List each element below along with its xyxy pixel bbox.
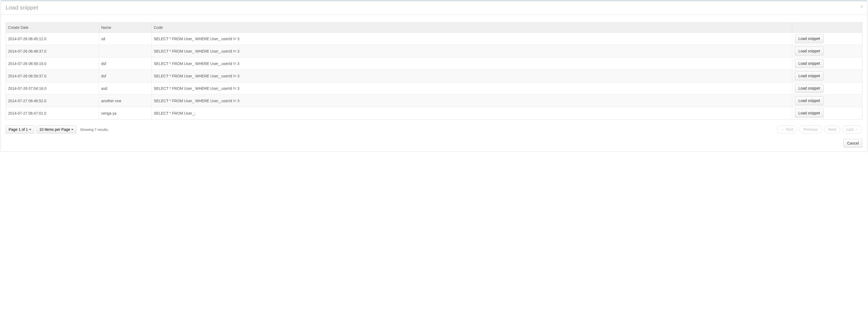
cell-action: Load snippet bbox=[792, 33, 862, 45]
page-selector-dropdown[interactable]: Page 1 of 1 bbox=[6, 125, 34, 133]
cell-create-date: 2014-07-27 06:47:01.0 bbox=[6, 107, 99, 120]
results-count-text: Showing 7 results. bbox=[80, 128, 109, 132]
snippets-table: Create Date Name Code 2014-07-26 06:45:1… bbox=[6, 22, 862, 120]
modal-header: Load snippet × bbox=[1, 1, 867, 15]
pagination-left: Page 1 of 1 10 Items per Page Showing 7 … bbox=[6, 125, 109, 133]
modal-body: Create Date Name Code 2014-07-26 06:45:1… bbox=[1, 15, 867, 136]
cell-action: Load snippet bbox=[792, 107, 862, 120]
load-snippet-button[interactable]: Load snippet bbox=[795, 109, 824, 117]
table-row: 2014-07-26 06:48:37.0SELECT * FROM User_… bbox=[6, 45, 862, 58]
cell-code: SELECT * FROM User_ WHERE User_.userId !… bbox=[152, 33, 792, 45]
pagination-row: Page 1 of 1 10 Items per Page Showing 7 … bbox=[6, 125, 862, 133]
cell-action: Load snippet bbox=[792, 70, 862, 82]
cell-create-date: 2014-07-26 06:59:37.0 bbox=[6, 70, 99, 82]
previous-page-button[interactable]: Previous bbox=[799, 125, 822, 133]
col-header-action bbox=[792, 23, 862, 33]
cell-name: venga ya bbox=[99, 107, 152, 120]
table-row: 2014-07-27 06:46:52.0another oneSELECT *… bbox=[6, 95, 862, 107]
cell-create-date: 2014-07-26 07:04:16.0 bbox=[6, 82, 99, 95]
load-snippet-button[interactable]: Load snippet bbox=[795, 59, 824, 68]
col-header-code[interactable]: Code bbox=[152, 23, 792, 33]
close-icon[interactable]: × bbox=[860, 4, 863, 10]
cell-name: dsf bbox=[99, 70, 152, 82]
last-page-button[interactable]: Last → bbox=[842, 125, 862, 133]
cell-name: dsf bbox=[99, 58, 152, 70]
cell-name: another one bbox=[99, 95, 152, 107]
cell-code: SELECT * FROM User_ WHERE User_.userId !… bbox=[152, 45, 792, 58]
load-snippet-button[interactable]: Load snippet bbox=[795, 34, 824, 43]
col-header-create-date[interactable]: Create Date bbox=[6, 23, 99, 33]
load-snippet-button[interactable]: Load snippet bbox=[795, 84, 824, 93]
table-row: 2014-07-26 06:59:37.0dsfSELECT * FROM Us… bbox=[6, 70, 862, 82]
cell-action: Load snippet bbox=[792, 58, 862, 70]
modal-footer: Cancel bbox=[1, 136, 867, 151]
modal-title: Load snippet bbox=[6, 4, 862, 11]
cell-action: Load snippet bbox=[792, 45, 862, 58]
cell-code: SELECT * FROM User_ WHERE User_.userId !… bbox=[152, 82, 792, 95]
load-snippet-button[interactable]: Load snippet bbox=[795, 71, 824, 80]
next-page-button[interactable]: Next bbox=[824, 125, 840, 133]
table-row: 2014-07-26 06:59:19.0dsfSELECT * FROM Us… bbox=[6, 58, 862, 70]
cell-create-date: 2014-07-26 06:59:19.0 bbox=[6, 58, 99, 70]
col-header-name[interactable]: Name bbox=[99, 23, 152, 33]
cancel-button[interactable]: Cancel bbox=[843, 139, 862, 148]
page-selector-label: Page 1 of 1 bbox=[9, 127, 28, 132]
caret-down-icon bbox=[29, 129, 31, 130]
first-page-button[interactable]: ← First bbox=[777, 125, 797, 133]
cell-code: SELECT * FROM User_; bbox=[152, 107, 792, 120]
cell-code: SELECT * FROM User_ WHERE User_.userId !… bbox=[152, 58, 792, 70]
cell-create-date: 2014-07-27 06:46:52.0 bbox=[6, 95, 99, 107]
cell-create-date: 2014-07-26 06:45:12.0 bbox=[6, 33, 99, 45]
cell-action: Load snippet bbox=[792, 82, 862, 95]
cell-name: sd bbox=[99, 33, 152, 45]
cell-name bbox=[99, 45, 152, 58]
cell-name: asd bbox=[99, 82, 152, 95]
cell-create-date: 2014-07-26 06:48:37.0 bbox=[6, 45, 99, 58]
cell-action: Load snippet bbox=[792, 95, 862, 107]
load-snippet-modal: Load snippet × Create Date Name Code 201… bbox=[1, 1, 867, 152]
caret-down-icon bbox=[71, 129, 73, 130]
table-row: 2014-07-26 07:04:16.0asdSELECT * FROM Us… bbox=[6, 82, 862, 95]
cell-code: SELECT * FROM User_ WHERE User_.userId !… bbox=[152, 70, 792, 82]
items-per-page-dropdown[interactable]: 10 Items per Page bbox=[36, 125, 76, 133]
items-per-page-label: 10 Items per Page bbox=[39, 127, 70, 132]
cell-code: SELECT * FROM User_ WHERE User_.userId !… bbox=[152, 95, 792, 107]
load-snippet-button[interactable]: Load snippet bbox=[795, 46, 824, 55]
table-row: 2014-07-26 06:45:12.0sdSELECT * FROM Use… bbox=[6, 33, 862, 45]
table-row: 2014-07-27 06:47:01.0venga yaSELECT * FR… bbox=[6, 107, 862, 120]
load-snippet-button[interactable]: Load snippet bbox=[795, 96, 824, 105]
pagination-right: ← First Previous Next Last → bbox=[777, 125, 862, 133]
